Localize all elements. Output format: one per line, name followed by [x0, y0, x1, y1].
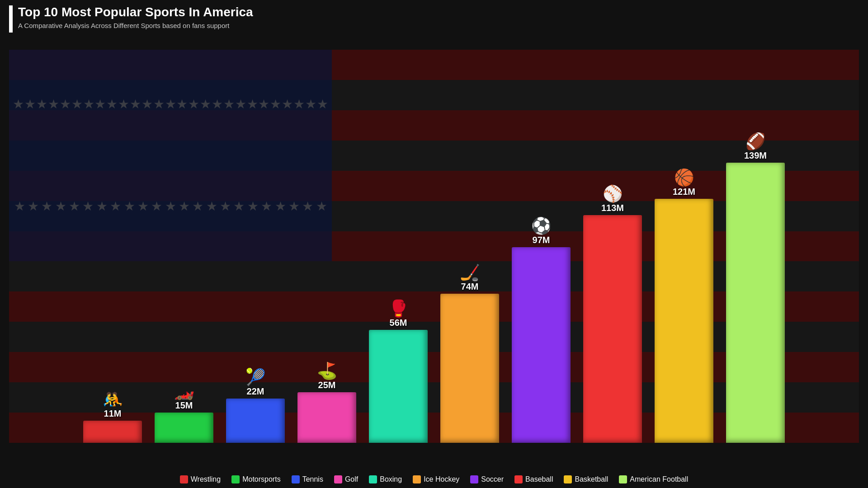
bar-icon-soccer: ⚽: [531, 218, 552, 234]
bar-icon-baseball: ⚾: [603, 186, 623, 202]
bar-group-tennis: 🎾22M: [226, 399, 285, 443]
legend-color-boxing: [369, 475, 377, 483]
bar-group-wrestling: 🤼11M: [83, 421, 142, 443]
bar-label-soccer: ⚽97M: [531, 218, 552, 245]
chart-subtitle: A Comparative Analysis Across Different …: [18, 22, 253, 29]
bar-value-icehockey: 74M: [461, 282, 479, 292]
legend-color-baseball: [514, 475, 523, 483]
chart-area: ★★★★★★★★★★★★★★★★★★★★★★★★★★★★★★★★★★★★★★★★…: [9, 50, 859, 443]
legend-label-boxing: Boxing: [380, 475, 402, 483]
legend-label-tennis: Tennis: [302, 475, 323, 483]
bar-label-wrestling: 🤼11M: [103, 391, 123, 419]
bar-motorsports: [155, 413, 213, 443]
bar-golf: [297, 392, 356, 443]
bar-group-boxing: 🥊56M: [369, 330, 428, 443]
bar-boxing: [369, 330, 428, 443]
bar-group-icehockey: 🏒74M: [440, 294, 499, 443]
bar-icon-golf: ⛳: [317, 363, 337, 379]
bar-label-baseball: ⚾113M: [601, 186, 624, 213]
bar-label-tennis: 🎾22M: [245, 369, 266, 397]
bar-group-golf: ⛳25M: [297, 392, 356, 443]
legend-color-americanfootball: [619, 475, 627, 483]
legend-label-golf: Golf: [345, 475, 358, 483]
bar-soccer: [512, 247, 571, 443]
bars-container: 🤼11M🏎️15M🎾22M⛳25M🥊56M🏒74M⚽97M⚾113M🏀121M🏈…: [9, 50, 859, 443]
legend-label-baseball: Baseball: [525, 475, 553, 483]
bar-icon-tennis: 🎾: [245, 369, 266, 385]
bar-label-motorsports: 🏎️15M: [174, 383, 194, 411]
legend-item-golf: Golf: [334, 475, 358, 483]
bar-group-motorsports: 🏎️15M: [155, 413, 213, 443]
bar-group-basketball: 🏀121M: [655, 199, 713, 443]
legend-color-wrestling: [180, 475, 188, 483]
bar-label-icehockey: 🏒74M: [460, 264, 480, 292]
legend-color-icehockey: [413, 475, 421, 483]
header-text: Top 10 Most Popular Sports In America A …: [18, 5, 253, 29]
bar-icon-boxing: 🥊: [388, 300, 409, 317]
legend-item-americanfootball: American Football: [619, 475, 688, 483]
legend-color-basketball: [564, 475, 572, 483]
bar-baseball: [583, 215, 642, 443]
legend-item-basketball: Basketball: [564, 475, 608, 483]
header: Top 10 Most Popular Sports In America A …: [9, 5, 253, 33]
legend-item-wrestling: Wrestling: [180, 475, 221, 483]
bar-value-boxing: 56M: [390, 318, 407, 328]
legend-item-icehockey: Ice Hockey: [413, 475, 459, 483]
header-accent-bar: [9, 5, 13, 33]
bar-icehockey: [440, 294, 499, 443]
bar-icon-wrestling: 🤼: [103, 391, 123, 408]
bar-label-golf: ⛳25M: [317, 363, 337, 390]
legend-item-baseball: Baseball: [514, 475, 553, 483]
bar-label-boxing: 🥊56M: [388, 300, 409, 328]
bar-icon-motorsports: 🏎️: [174, 383, 194, 399]
bar-group-americanfootball: 🏈139M: [726, 163, 785, 443]
bar-icon-basketball: 🏀: [674, 169, 694, 186]
bar-group-soccer: ⚽97M: [512, 247, 571, 443]
legend-color-tennis: [292, 475, 300, 483]
legend-color-golf: [334, 475, 342, 483]
bar-wrestling: [83, 421, 142, 443]
legend-item-tennis: Tennis: [292, 475, 323, 483]
bar-value-golf: 25M: [318, 380, 336, 390]
bar-value-soccer: 97M: [533, 235, 550, 245]
legend-label-motorsports: Motorsports: [242, 475, 280, 483]
legend-item-soccer: Soccer: [470, 475, 504, 483]
bar-value-motorsports: 15M: [175, 400, 193, 411]
legend-item-boxing: Boxing: [369, 475, 402, 483]
bar-americanfootball: [726, 163, 785, 443]
bar-group-baseball: ⚾113M: [583, 215, 642, 443]
bar-tennis: [226, 399, 285, 443]
bar-value-americanfootball: 139M: [744, 150, 767, 161]
bar-label-americanfootball: 🏈139M: [744, 133, 767, 161]
bar-icon-americanfootball: 🏈: [745, 133, 766, 150]
legend: WrestlingMotorsportsTennisGolfBoxingIce …: [0, 475, 868, 483]
bar-label-basketball: 🏀121M: [673, 169, 695, 197]
legend-label-americanfootball: American Football: [630, 475, 688, 483]
bar-value-basketball: 121M: [673, 187, 695, 197]
legend-color-soccer: [470, 475, 478, 483]
chart-title: Top 10 Most Popular Sports In America: [18, 5, 253, 20]
bar-value-baseball: 113M: [601, 203, 624, 213]
legend-label-soccer: Soccer: [481, 475, 504, 483]
legend-color-motorsports: [231, 475, 240, 483]
bar-basketball: [655, 199, 713, 443]
legend-label-wrestling: Wrestling: [191, 475, 221, 483]
bar-icon-icehockey: 🏒: [460, 264, 480, 281]
legend-label-icehockey: Ice Hockey: [424, 475, 459, 483]
legend-label-basketball: Basketball: [575, 475, 608, 483]
bar-value-wrestling: 11M: [104, 408, 122, 419]
legend-item-motorsports: Motorsports: [231, 475, 280, 483]
bar-value-tennis: 22M: [247, 386, 264, 397]
